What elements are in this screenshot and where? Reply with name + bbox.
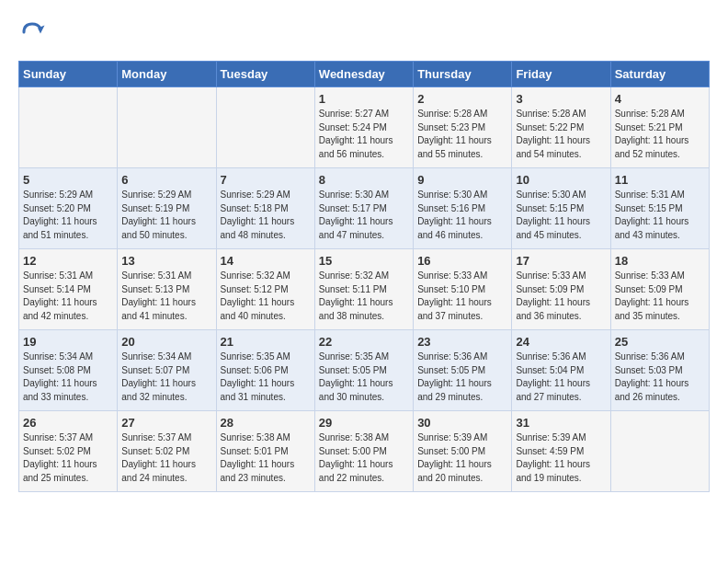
calendar-cell: 27Sunrise: 5:37 AM Sunset: 5:02 PM Dayli… — [118, 411, 216, 492]
calendar-cell: 7Sunrise: 5:29 AM Sunset: 5:18 PM Daylig… — [216, 168, 314, 249]
calendar-cell — [610, 411, 709, 492]
day-info: Sunrise: 5:33 AM Sunset: 5:09 PM Dayligh… — [516, 270, 606, 323]
day-info: Sunrise: 5:29 AM Sunset: 5:20 PM Dayligh… — [23, 189, 113, 242]
day-number: 29 — [319, 416, 409, 430]
calendar-cell: 10Sunrise: 5:30 AM Sunset: 5:15 PM Dayli… — [512, 168, 610, 249]
day-info: Sunrise: 5:29 AM Sunset: 5:19 PM Dayligh… — [121, 189, 211, 242]
logo-icon — [18, 18, 46, 46]
days-header-row: SundayMondayTuesdayWednesdayThursdayFrid… — [19, 62, 710, 87]
day-info: Sunrise: 5:34 AM Sunset: 5:07 PM Dayligh… — [121, 350, 211, 404]
calendar-cell: 30Sunrise: 5:39 AM Sunset: 5:00 PM Dayli… — [414, 411, 512, 492]
day-header-saturday: Saturday — [610, 62, 709, 87]
calendar-cell: 24Sunrise: 5:36 AM Sunset: 5:04 PM Dayli… — [512, 330, 610, 411]
day-number: 30 — [417, 416, 507, 430]
day-info: Sunrise: 5:30 AM Sunset: 5:17 PM Dayligh… — [319, 189, 409, 242]
calendar-cell: 23Sunrise: 5:36 AM Sunset: 5:05 PM Dayli… — [414, 330, 512, 411]
calendar-cell: 31Sunrise: 5:39 AM Sunset: 4:59 PM Dayli… — [512, 411, 610, 492]
day-info: Sunrise: 5:31 AM Sunset: 5:15 PM Dayligh… — [615, 189, 705, 242]
day-info: Sunrise: 5:39 AM Sunset: 4:59 PM Dayligh… — [516, 431, 606, 485]
calendar-cell: 6Sunrise: 5:29 AM Sunset: 5:19 PM Daylig… — [118, 168, 216, 249]
day-header-monday: Monday — [118, 62, 216, 87]
day-number: 21 — [221, 335, 311, 349]
calendar-cell — [118, 87, 216, 168]
day-info: Sunrise: 5:32 AM Sunset: 5:12 PM Dayligh… — [221, 270, 311, 323]
calendar-cell: 8Sunrise: 5:30 AM Sunset: 5:17 PM Daylig… — [314, 168, 413, 249]
calendar-cell: 22Sunrise: 5:35 AM Sunset: 5:05 PM Dayli… — [314, 330, 413, 411]
day-info: Sunrise: 5:38 AM Sunset: 5:01 PM Dayligh… — [221, 431, 311, 485]
day-number: 17 — [516, 254, 606, 268]
day-info: Sunrise: 5:31 AM Sunset: 5:14 PM Dayligh… — [23, 270, 113, 323]
calendar-cell — [216, 87, 314, 168]
day-number: 23 — [417, 335, 507, 349]
calendar-cell: 19Sunrise: 5:34 AM Sunset: 5:08 PM Dayli… — [19, 330, 118, 411]
calendar-cell: 21Sunrise: 5:35 AM Sunset: 5:06 PM Dayli… — [216, 330, 314, 411]
day-header-thursday: Thursday — [414, 62, 512, 87]
calendar-cell: 13Sunrise: 5:31 AM Sunset: 5:13 PM Dayli… — [118, 249, 216, 330]
calendar-cell: 1Sunrise: 5:27 AM Sunset: 5:24 PM Daylig… — [314, 87, 413, 168]
day-info: Sunrise: 5:36 AM Sunset: 5:04 PM Dayligh… — [516, 350, 606, 404]
day-header-wednesday: Wednesday — [314, 62, 413, 87]
logo — [18, 18, 50, 46]
calendar-cell: 29Sunrise: 5:38 AM Sunset: 5:00 PM Dayli… — [314, 411, 413, 492]
calendar-table: SundayMondayTuesdayWednesdayThursdayFrid… — [18, 61, 710, 492]
calendar-cell: 2Sunrise: 5:28 AM Sunset: 5:23 PM Daylig… — [414, 87, 512, 168]
day-header-tuesday: Tuesday — [216, 62, 314, 87]
day-number: 3 — [516, 92, 606, 106]
calendar-cell: 28Sunrise: 5:38 AM Sunset: 5:01 PM Dayli… — [216, 411, 314, 492]
day-number: 20 — [121, 335, 211, 349]
day-info: Sunrise: 5:28 AM Sunset: 5:22 PM Dayligh… — [516, 108, 606, 161]
calendar-cell: 4Sunrise: 5:28 AM Sunset: 5:21 PM Daylig… — [610, 87, 709, 168]
day-info: Sunrise: 5:39 AM Sunset: 5:00 PM Dayligh… — [417, 431, 507, 485]
day-number: 7 — [221, 173, 311, 187]
day-info: Sunrise: 5:37 AM Sunset: 5:02 PM Dayligh… — [121, 431, 211, 485]
day-number: 25 — [615, 335, 705, 349]
calendar-cell: 25Sunrise: 5:36 AM Sunset: 5:03 PM Dayli… — [610, 330, 709, 411]
day-number: 19 — [23, 335, 113, 349]
day-info: Sunrise: 5:33 AM Sunset: 5:09 PM Dayligh… — [615, 270, 705, 323]
page-header — [18, 18, 710, 46]
calendar-week-row: 1Sunrise: 5:27 AM Sunset: 5:24 PM Daylig… — [19, 87, 710, 168]
day-number: 18 — [615, 254, 705, 268]
calendar-cell: 20Sunrise: 5:34 AM Sunset: 5:07 PM Dayli… — [118, 330, 216, 411]
calendar-cell: 3Sunrise: 5:28 AM Sunset: 5:22 PM Daylig… — [512, 87, 610, 168]
day-info: Sunrise: 5:36 AM Sunset: 5:05 PM Dayligh… — [417, 350, 507, 404]
day-number: 9 — [417, 173, 507, 187]
day-header-sunday: Sunday — [19, 62, 118, 87]
day-info: Sunrise: 5:32 AM Sunset: 5:11 PM Dayligh… — [319, 270, 409, 323]
day-info: Sunrise: 5:28 AM Sunset: 5:23 PM Dayligh… — [417, 108, 507, 161]
calendar-week-row: 26Sunrise: 5:37 AM Sunset: 5:02 PM Dayli… — [19, 411, 710, 492]
day-number: 11 — [615, 173, 705, 187]
day-number: 5 — [23, 173, 113, 187]
calendar-cell: 15Sunrise: 5:32 AM Sunset: 5:11 PM Dayli… — [314, 249, 413, 330]
calendar-cell: 5Sunrise: 5:29 AM Sunset: 5:20 PM Daylig… — [19, 168, 118, 249]
day-info: Sunrise: 5:30 AM Sunset: 5:15 PM Dayligh… — [516, 189, 606, 242]
calendar-cell: 14Sunrise: 5:32 AM Sunset: 5:12 PM Dayli… — [216, 249, 314, 330]
calendar-cell: 11Sunrise: 5:31 AM Sunset: 5:15 PM Dayli… — [610, 168, 709, 249]
day-info: Sunrise: 5:31 AM Sunset: 5:13 PM Dayligh… — [121, 270, 211, 323]
day-number: 16 — [417, 254, 507, 268]
day-info: Sunrise: 5:27 AM Sunset: 5:24 PM Dayligh… — [319, 108, 409, 161]
calendar-week-row: 19Sunrise: 5:34 AM Sunset: 5:08 PM Dayli… — [19, 330, 710, 411]
day-info: Sunrise: 5:37 AM Sunset: 5:02 PM Dayligh… — [23, 431, 113, 485]
calendar-cell: 18Sunrise: 5:33 AM Sunset: 5:09 PM Dayli… — [610, 249, 709, 330]
day-number: 26 — [23, 416, 113, 430]
day-info: Sunrise: 5:36 AM Sunset: 5:03 PM Dayligh… — [615, 350, 705, 404]
day-info: Sunrise: 5:35 AM Sunset: 5:06 PM Dayligh… — [221, 350, 311, 404]
day-number: 28 — [221, 416, 311, 430]
day-number: 1 — [319, 92, 409, 106]
calendar-cell: 16Sunrise: 5:33 AM Sunset: 5:10 PM Dayli… — [414, 249, 512, 330]
day-number: 10 — [516, 173, 606, 187]
day-info: Sunrise: 5:35 AM Sunset: 5:05 PM Dayligh… — [319, 350, 409, 404]
day-info: Sunrise: 5:30 AM Sunset: 5:16 PM Dayligh… — [417, 189, 507, 242]
calendar-header: SundayMondayTuesdayWednesdayThursdayFrid… — [19, 62, 710, 87]
day-number: 27 — [121, 416, 211, 430]
calendar-cell: 9Sunrise: 5:30 AM Sunset: 5:16 PM Daylig… — [414, 168, 512, 249]
day-info: Sunrise: 5:29 AM Sunset: 5:18 PM Dayligh… — [221, 189, 311, 242]
day-number: 22 — [319, 335, 409, 349]
day-info: Sunrise: 5:28 AM Sunset: 5:21 PM Dayligh… — [615, 108, 705, 161]
day-number: 4 — [615, 92, 705, 106]
day-number: 13 — [121, 254, 211, 268]
day-number: 24 — [516, 335, 606, 349]
day-number: 14 — [221, 254, 311, 268]
day-number: 31 — [516, 416, 606, 430]
